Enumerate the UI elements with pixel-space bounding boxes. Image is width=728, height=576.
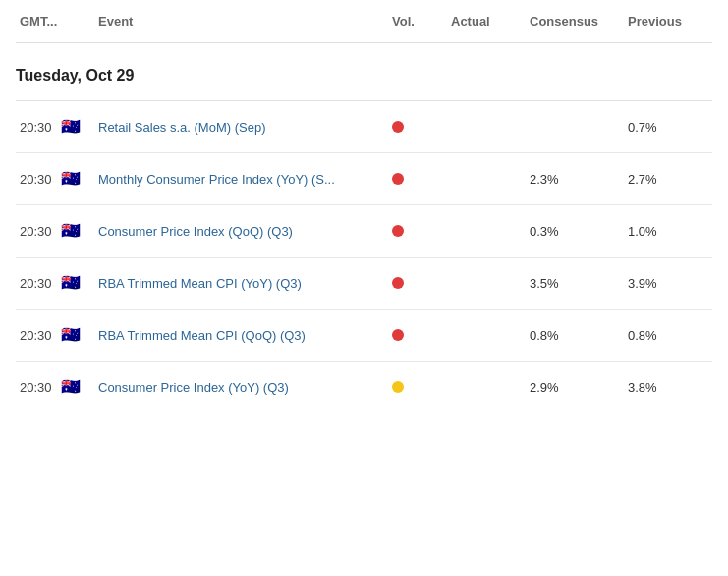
flag-icon: 🇦🇺 [58, 223, 84, 239]
vol-cell [388, 329, 447, 341]
vol-cell [388, 173, 447, 185]
event-name[interactable]: Consumer Price Index (YoY) (Q3) [98, 380, 289, 395]
table-row: 20:30 🇦🇺 RBA Trimmed Mean CPI (YoY) (Q3)… [16, 258, 712, 310]
header-actual: Actual [447, 14, 526, 29]
time-cell: 20:30 🇦🇺 [16, 223, 94, 239]
event-name[interactable]: RBA Trimmed Mean CPI (QoQ) (Q3) [98, 328, 306, 343]
time-cell: 20:30 🇦🇺 [16, 119, 94, 135]
vol-cell [388, 121, 447, 133]
table-row: 20:30 🇦🇺 Retail Sales s.a. (MoM) (Sep) 0… [16, 101, 712, 153]
header-gmt: GMT... [16, 14, 94, 29]
flag-icon: 🇦🇺 [58, 119, 84, 135]
time-cell: 20:30 🇦🇺 [16, 275, 94, 291]
flag-icon: 🇦🇺 [58, 379, 84, 395]
header-previous: Previous [624, 14, 712, 29]
event-cell[interactable]: Consumer Price Index (QoQ) (Q3) [94, 224, 388, 239]
previous-value: 0.7% [628, 120, 657, 135]
consensus-cell: 2.9% [526, 380, 624, 395]
consensus-cell: 2.3% [526, 172, 624, 187]
table-row: 20:30 🇦🇺 Consumer Price Index (YoY) (Q3)… [16, 362, 712, 413]
vol-indicator [392, 277, 404, 289]
consensus-cell: 0.8% [526, 328, 624, 343]
previous-value: 3.9% [628, 276, 657, 291]
previous-cell: 3.9% [624, 276, 712, 291]
time-value: 20:30 [20, 380, 52, 395]
flag-icon: 🇦🇺 [58, 327, 84, 343]
table-header: GMT... Event Vol. Actual Consensus Previ… [16, 0, 712, 43]
time-value: 20:30 [20, 224, 52, 239]
vol-cell [388, 381, 447, 393]
previous-cell: 0.8% [624, 328, 712, 343]
event-name[interactable]: Retail Sales s.a. (MoM) (Sep) [98, 120, 266, 135]
previous-cell: 1.0% [624, 224, 712, 239]
vol-indicator [392, 225, 404, 237]
section-date: Tuesday, Oct 29 [16, 43, 712, 101]
previous-value: 3.8% [628, 380, 657, 395]
time-value: 20:30 [20, 328, 52, 343]
consensus-cell: 0.3% [526, 224, 624, 239]
consensus-value: 0.3% [530, 224, 559, 239]
consensus-value: 2.3% [530, 172, 559, 187]
previous-cell: 0.7% [624, 120, 712, 135]
table-row: 20:30 🇦🇺 Monthly Consumer Price Index (Y… [16, 153, 712, 205]
event-name[interactable]: Consumer Price Index (QoQ) (Q3) [98, 224, 293, 239]
event-cell[interactable]: RBA Trimmed Mean CPI (QoQ) (Q3) [94, 328, 388, 343]
consensus-value: 3.5% [530, 276, 559, 291]
vol-indicator [392, 121, 404, 133]
vol-indicator [392, 329, 404, 341]
previous-value: 2.7% [628, 172, 657, 187]
previous-value: 0.8% [628, 328, 657, 343]
previous-cell: 3.8% [624, 380, 712, 395]
event-name[interactable]: Monthly Consumer Price Index (YoY) (S... [98, 172, 335, 187]
header-event: Event [94, 14, 388, 29]
event-cell[interactable]: Monthly Consumer Price Index (YoY) (S... [94, 172, 388, 187]
time-cell: 20:30 🇦🇺 [16, 171, 94, 187]
vol-cell [388, 277, 447, 289]
event-cell[interactable]: RBA Trimmed Mean CPI (YoY) (Q3) [94, 276, 388, 291]
flag-icon: 🇦🇺 [58, 171, 84, 187]
consensus-value: 0.8% [530, 328, 559, 343]
time-value: 20:30 [20, 276, 52, 291]
table-row: 20:30 🇦🇺 Consumer Price Index (QoQ) (Q3)… [16, 205, 712, 258]
event-cell[interactable]: Consumer Price Index (YoY) (Q3) [94, 380, 388, 395]
header-vol: Vol. [388, 14, 447, 29]
time-cell: 20:30 🇦🇺 [16, 379, 94, 395]
consensus-cell: 3.5% [526, 276, 624, 291]
economic-calendar-table: GMT... Event Vol. Actual Consensus Previ… [0, 0, 728, 413]
header-consensus: Consensus [526, 14, 624, 29]
previous-cell: 2.7% [624, 172, 712, 187]
consensus-value: 2.9% [530, 380, 559, 395]
vol-cell [388, 225, 447, 237]
vol-indicator [392, 381, 404, 393]
vol-indicator [392, 173, 404, 185]
table-row: 20:30 🇦🇺 RBA Trimmed Mean CPI (QoQ) (Q3)… [16, 310, 712, 362]
flag-icon: 🇦🇺 [58, 275, 84, 291]
previous-value: 1.0% [628, 224, 657, 239]
time-cell: 20:30 🇦🇺 [16, 327, 94, 343]
time-value: 20:30 [20, 120, 52, 135]
time-value: 20:30 [20, 172, 52, 187]
event-cell[interactable]: Retail Sales s.a. (MoM) (Sep) [94, 120, 388, 135]
event-name[interactable]: RBA Trimmed Mean CPI (YoY) (Q3) [98, 276, 302, 291]
